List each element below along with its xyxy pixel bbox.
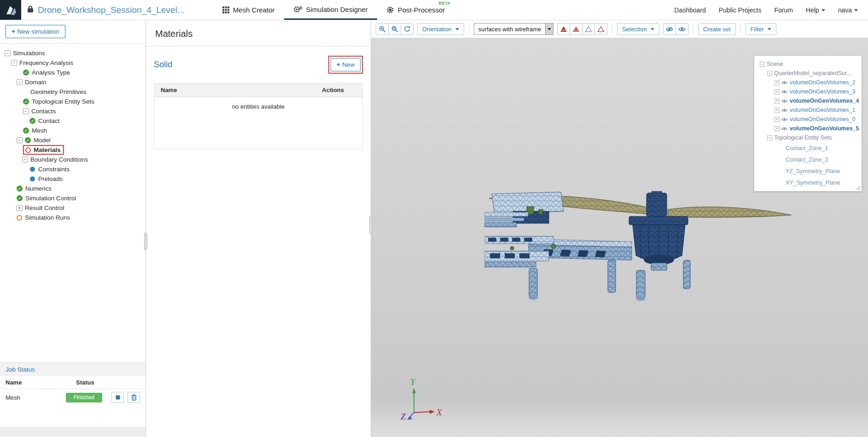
filter-button[interactable]: Filter (746, 23, 776, 35)
panel-collapse-handle[interactable] (369, 216, 373, 233)
mesh-quality-wire-button[interactable] (594, 23, 607, 35)
tree-item-analysis-type[interactable]: ✓ Analysis Type (0, 68, 146, 77)
nav-help[interactable]: Help (806, 6, 825, 14)
eye-icon[interactable] (781, 108, 787, 112)
collapse-icon[interactable]: − (760, 62, 765, 67)
scene-item-yz-symmetry-plane[interactable]: YZ_Symmetry_Plane (757, 165, 859, 177)
scene-item-volume-1[interactable]: + volumeOnGeoVolumes_1 (757, 105, 859, 115)
tree-item-simulation-runs[interactable]: Simulation Runs (0, 213, 146, 222)
tab-simulation-designer[interactable]: Simulation Designer (284, 0, 377, 20)
propeller-hub[interactable] (647, 193, 667, 217)
landing-leg[interactable] (683, 260, 690, 289)
tree-item-model[interactable]: − ✓ Model (0, 135, 146, 145)
select-dropdown-button[interactable] (545, 23, 553, 35)
stop-job-button[interactable] (111, 392, 124, 403)
collapse-icon[interactable]: − (23, 108, 29, 114)
scene-item-quartermodel[interactable]: − QuarterModel_separatedScr... (757, 69, 859, 78)
tab-mesh-creator[interactable]: Mesh Creator (213, 0, 284, 20)
tree-item-topological-entity-sets[interactable]: ✓ Topological Entity Sets (0, 97, 146, 106)
tree-item-boundary-conditions[interactable]: − Boundary Conditions (0, 155, 146, 164)
nav-dashboard[interactable]: Dashboard (674, 6, 706, 14)
show-selection-button[interactable] (676, 23, 688, 35)
nav-user-menu[interactable]: nava (838, 6, 858, 14)
scene-item-topological-entity-sets[interactable]: − Topological Entity Sets (757, 133, 859, 142)
tree-item-domain[interactable]: − Domain (0, 77, 146, 87)
eye-icon[interactable] (781, 127, 787, 131)
sidebar-collapse-handle[interactable] (144, 233, 147, 250)
eye-icon[interactable] (781, 81, 787, 85)
scene-item-scene[interactable]: − Scene (757, 59, 859, 69)
tree-item-result-control[interactable]: + Result Control (0, 203, 146, 213)
tree-item-contact[interactable]: ✓ Contact (0, 116, 146, 126)
mesh-quality-outline-button[interactable] (582, 23, 595, 35)
tree-item-simulation-control[interactable]: ✓ Simulation Control (0, 193, 146, 203)
eye-icon[interactable] (781, 90, 787, 94)
scene-item-volume-4[interactable]: + volumeOnGeoVolumes_4 (757, 96, 859, 105)
scene-item-contact-zone-1[interactable]: Contact_Zone_1 (757, 142, 859, 154)
landing-leg[interactable] (529, 268, 537, 297)
collapse-icon[interactable]: − (767, 71, 772, 76)
new-simulation-button[interactable]: + New simulation (6, 25, 65, 38)
bracket[interactable] (484, 222, 517, 227)
motor-flange[interactable] (629, 216, 688, 225)
render-canvas[interactable]: Y X Z − Scene − QuarterModel_separatedSc… (371, 38, 868, 437)
refresh-view-button[interactable] (401, 23, 414, 35)
thin-plate[interactable] (484, 218, 524, 221)
tree-item-constraints[interactable]: Constraints (0, 164, 146, 174)
propeller-right-blade[interactable] (668, 207, 791, 217)
y-axis-label: Y (410, 377, 416, 387)
panel-resize-handle[interactable] (856, 185, 861, 190)
triangle-solid-red-icon (560, 26, 567, 32)
eye-icon[interactable] (781, 99, 787, 103)
app-logo[interactable] (0, 0, 21, 20)
scene-item-volume-5[interactable]: + volumeOnGeoVolumes_5 (757, 124, 859, 133)
collapse-icon[interactable]: − (11, 60, 17, 66)
zoom-fit-button[interactable] (388, 23, 401, 35)
mesh-quality-solid-button[interactable] (557, 23, 570, 35)
scene-item-volume-0[interactable]: + volumeOnGeoVolumes_0 (757, 115, 859, 124)
drone-model[interactable] (484, 191, 793, 302)
hide-selection-button[interactable] (663, 23, 676, 35)
expand-icon[interactable]: + (775, 99, 780, 104)
tree-item-contacts[interactable]: − Contacts (0, 106, 146, 116)
zoom-in-button[interactable] (376, 23, 389, 35)
expand-icon[interactable]: + (775, 89, 780, 94)
nav-forum[interactable]: Forum (774, 6, 792, 14)
tree-item-numerics[interactable]: ✓ Numerics (0, 184, 146, 193)
mesh-quality-shaded-button[interactable] (570, 23, 583, 35)
collapse-icon[interactable]: − (17, 79, 23, 85)
expand-icon[interactable]: + (17, 205, 23, 211)
orientation-button[interactable]: Orientation (417, 23, 464, 35)
tree-item-geometry-primitives[interactable]: Geometry Primitives (0, 87, 146, 97)
motor-mount[interactable] (651, 263, 667, 270)
expand-icon[interactable]: + (775, 126, 780, 131)
scene-item-volume-2[interactable]: + volumeOnGeoVolumes_2 (757, 78, 859, 87)
collapse-icon[interactable]: − (22, 157, 28, 163)
collapse-icon[interactable]: − (5, 50, 11, 56)
tree-item-materials[interactable]: Materials (0, 145, 146, 155)
thin-plate[interactable] (484, 212, 528, 216)
selection-button[interactable]: Selection (617, 23, 659, 35)
new-material-button[interactable]: + New (331, 58, 361, 71)
create-set-button[interactable]: Create set (698, 23, 736, 35)
delete-job-button[interactable] (128, 392, 140, 403)
eye-icon[interactable] (781, 117, 787, 122)
display-mode-select[interactable]: surfaces with wireframe (474, 23, 554, 35)
expand-icon[interactable]: + (775, 117, 780, 122)
collapse-icon[interactable]: − (767, 135, 772, 140)
scene-item-volume-3[interactable]: + volumeOnGeoVolumes_3 (757, 87, 859, 96)
tree-item-mesh[interactable]: ✓ Mesh (0, 126, 146, 135)
landing-leg[interactable] (608, 260, 616, 292)
collapse-icon[interactable]: − (17, 137, 23, 143)
tab-post-processor[interactable]: BETA Post-Processor (377, 0, 454, 20)
scene-item-xy-symmetry-plane[interactable]: XY_Symmetry_Plane (757, 177, 859, 188)
tree-item-simulations[interactable]: − Simulations (0, 48, 146, 58)
tree-item-preloads[interactable]: Preloads (0, 174, 146, 184)
scene-item-contact-zone-2[interactable]: Contact_Zone_2 (757, 154, 859, 165)
expand-icon[interactable]: + (775, 80, 780, 85)
nav-public-projects[interactable]: Public Projects (719, 6, 762, 14)
expand-icon[interactable]: + (775, 108, 780, 113)
bottom-strip[interactable] (484, 262, 536, 267)
tree-item-frequency-analysis[interactable]: − Frequency Analysis (0, 58, 146, 68)
landing-leg[interactable] (636, 270, 645, 298)
